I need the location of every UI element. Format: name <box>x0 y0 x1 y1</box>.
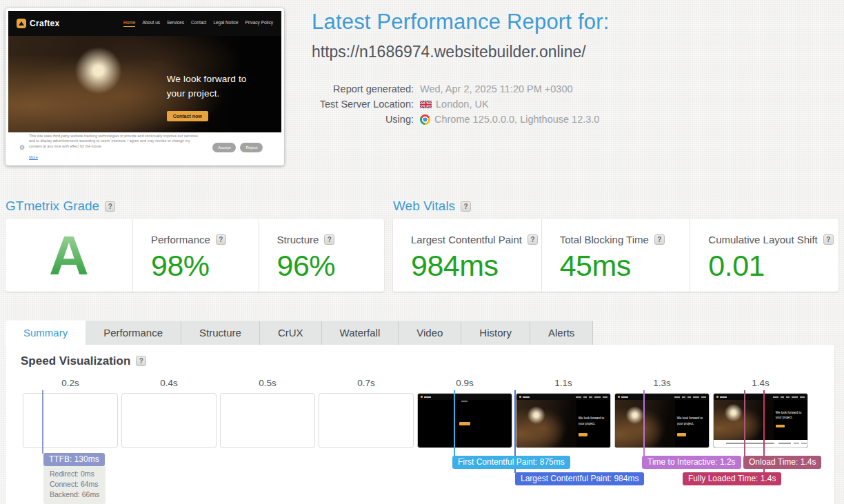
gtmetrix-grade-heading: GTmetrix Grade <box>6 199 99 213</box>
filmstrip-frame-blank[interactable] <box>121 393 217 448</box>
site-cta-button: Contact now <box>167 111 208 121</box>
help-icon[interactable]: ? <box>654 234 665 245</box>
help-icon[interactable]: ? <box>823 234 834 245</box>
help-icon[interactable]: ? <box>216 234 226 245</box>
frame-time-label: 0.5s <box>220 378 315 388</box>
ttfb-details-box: Redirect: 0ms Connect: 64ms Backend: 66m… <box>43 466 106 504</box>
lcp-badge: Largest Contentful Paint: 984ms <box>515 472 644 485</box>
onload-marker-line <box>744 390 745 456</box>
grade-panel: A Performance? 98% Structure? 96% <box>6 219 384 292</box>
speed-visualization-title: Speed Visualization <box>21 354 130 367</box>
lcp-metric: Largest Contentful Paint? 984ms <box>393 219 541 292</box>
performance-value: 98% <box>151 249 259 283</box>
meta-value-generated: Wed, Apr 2, 2025 11:20 PM +0300 <box>420 83 599 94</box>
frame-time-label: 0.2s <box>23 378 118 388</box>
tab-performance[interactable]: Performance <box>86 321 181 345</box>
help-icon[interactable]: ? <box>528 234 538 245</box>
fcp-badge: First Contentful Paint: 875ms <box>452 456 570 469</box>
site-hero-image: We look forward to your project. Contact… <box>8 36 281 132</box>
site-nav-home: Home <box>123 20 135 27</box>
report-tabs: Summary Performance Structure CrUX Water… <box>6 321 593 345</box>
frame-time-label: 1.4s <box>713 378 808 388</box>
fcp-marker-line <box>454 390 455 456</box>
performance-metric: Performance? 98% <box>132 219 259 292</box>
mini-cta-button <box>459 422 470 425</box>
tbt-metric: Total Blocking Time? 45ms <box>541 219 690 292</box>
filmstrip-frame-blank[interactable] <box>319 393 414 448</box>
meta-label-using: Using: <box>310 114 414 125</box>
tti-badge: Time to Interactive: 1.2s <box>642 456 741 469</box>
fully-loaded-badge: Fully Loaded Time: 1.4s <box>683 472 781 485</box>
mini-cookie-bar <box>714 440 807 447</box>
site-nav: Home About us Services Contact Legal Not… <box>123 20 273 27</box>
page-title: Latest Performance Report for: <box>312 10 610 34</box>
ttfb-marker-line <box>42 390 43 454</box>
frame-time-label: 0.7s <box>319 378 414 388</box>
cookie-reject-button: Reject <box>240 143 263 152</box>
site-hero-text: We look forward to your project. <box>167 72 247 101</box>
tab-crux[interactable]: CrUX <box>260 321 322 345</box>
tbt-value: 45ms <box>560 249 690 283</box>
ttfb-badge: TTFB: 130ms <box>43 453 105 466</box>
meta-label-location: Test Server Location: <box>310 99 414 110</box>
site-nav-services: Services <box>167 20 184 27</box>
web-vitals-panel: Largest Contentful Paint? 984ms Total Bl… <box>393 219 838 292</box>
meta-value-using: Chrome 125.0.0.0, Lighthouse 12.3.0 <box>420 114 599 125</box>
tab-structure[interactable]: Structure <box>181 321 260 345</box>
filmstrip-frame-first-paint[interactable] <box>417 393 512 448</box>
grade-letter: A <box>49 228 89 283</box>
tab-alerts[interactable]: Alerts <box>530 321 593 345</box>
tab-summary[interactable]: Summary <box>6 321 86 345</box>
help-icon[interactable]: ? <box>136 356 146 366</box>
frame-time-label: 0.9s <box>417 378 512 388</box>
filmstrip-frame-blank[interactable] <box>23 393 118 448</box>
cookie-consent-text: This site uses third-party website track… <box>29 134 203 149</box>
frame-time-label: 1.3s <box>614 378 710 388</box>
site-thumbnail-card[interactable]: Craftex Home About us Services Contact L… <box>6 8 284 165</box>
mini-cta-button <box>677 433 686 436</box>
help-icon[interactable]: ? <box>105 201 115 212</box>
frame-time-label: 0.4s <box>121 378 217 388</box>
uk-flag-icon <box>420 101 432 108</box>
mini-logo-icon <box>421 396 423 398</box>
structure-value: 96% <box>277 249 385 283</box>
mini-cta-button <box>776 425 785 428</box>
filmstrip-frame-loaded[interactable]: We look forward toyour project. <box>713 393 808 448</box>
tab-video[interactable]: Video <box>399 321 461 345</box>
site-cookie-bar: ⚙ This site uses third-party website tra… <box>8 132 281 163</box>
site-brand: Craftex <box>17 19 59 28</box>
filmstrip-frame-hero[interactable]: We look forward toyour project. <box>614 393 710 448</box>
mini-cta-button <box>579 433 587 436</box>
cls-value: 0.01 <box>708 249 838 283</box>
mini-logo-icon <box>519 396 521 398</box>
site-screenshot: Craftex Home About us Services Contact L… <box>8 11 281 163</box>
craftex-logo-icon <box>17 19 26 28</box>
site-nav-legal: Legal Notice <box>213 20 238 27</box>
tab-waterfall[interactable]: Waterfall <box>322 321 399 345</box>
filmstrip-frame-blank[interactable] <box>220 393 315 448</box>
summary-panel: Speed Visualization? 0.2s 0.4s 0.5s 0.7s… <box>6 345 834 504</box>
mini-logo-icon <box>618 396 620 398</box>
tab-history[interactable]: History <box>461 321 530 345</box>
chrome-icon <box>420 114 430 125</box>
report-meta: Report generated: Wed, Apr 2, 2025 11:20… <box>310 83 599 125</box>
filmstrip-frame-hero[interactable]: We look forward toyour project. <box>516 393 611 448</box>
help-icon[interactable]: ? <box>324 234 334 245</box>
site-brand-name: Craftex <box>30 19 59 28</box>
site-header: Craftex Home About us Services Contact L… <box>8 11 281 36</box>
cookie-accept-button: Accept <box>212 143 236 152</box>
tti-marker-line <box>643 390 645 456</box>
cookie-more-link: More <box>29 155 38 159</box>
web-vitals-heading: Web Vitals <box>393 199 455 213</box>
meta-label-generated: Report generated: <box>310 83 414 94</box>
help-icon[interactable]: ? <box>461 201 471 212</box>
mini-logo-icon <box>716 396 719 398</box>
site-nav-about: About us <box>142 20 160 27</box>
site-nav-privacy: Privacy Policy <box>245 20 273 27</box>
gear-icon: ⚙ <box>19 144 25 151</box>
structure-metric: Structure? 96% <box>259 219 385 292</box>
report-url-link[interactable]: https://n1686974.websitebuilder.online/ <box>312 43 586 61</box>
lcp-value: 984ms <box>411 249 541 283</box>
frame-time-label: 1.1s <box>516 378 611 388</box>
cls-metric: Cumulative Layout Shift? 0.01 <box>690 219 838 292</box>
